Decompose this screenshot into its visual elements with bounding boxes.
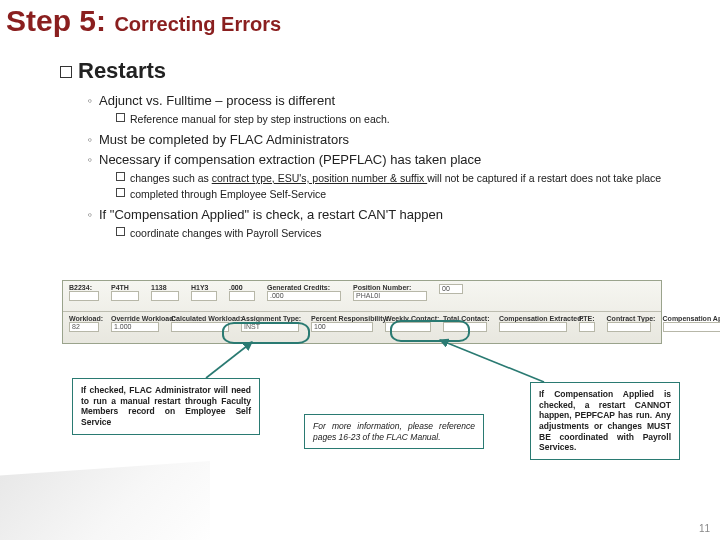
form-field (151, 291, 179, 301)
callout-left: If checked, FLAC Administrator will need… (72, 378, 260, 435)
bullet-1a: Reference manual for step by step instru… (116, 112, 684, 126)
slide: Step 5: Correcting Errors Restarts ◦Adju… (0, 0, 720, 540)
form-label: Compensation Extracted: (499, 315, 567, 322)
form-label: Position Number: (353, 284, 427, 291)
svg-line-1 (440, 340, 544, 382)
callout-middle-text: For more information, please reference p… (313, 421, 475, 442)
form-cell: Contract Type: (601, 312, 657, 342)
bullet-4a: coordinate changes with Payroll Services (116, 226, 684, 240)
bullet-3a-pre: changes such as (130, 172, 212, 184)
checkbox-icon (116, 172, 125, 181)
form-field: 00 (439, 284, 463, 294)
form-label: .000 (229, 284, 255, 291)
callout-right: If Compensation Applied is checked, a re… (530, 382, 680, 460)
form-cell: Position Number:PHAL0I (347, 281, 433, 311)
form-label: FTE: (579, 315, 595, 322)
title-main: Step 5: (6, 4, 106, 37)
form-field (69, 291, 99, 301)
form-cell: Override Workload:1.000 (105, 312, 165, 342)
bullet-4: ◦If "Compensation Applied" is check, a r… (84, 206, 684, 240)
form-field (385, 322, 431, 332)
form-field (443, 322, 487, 332)
form-label: Percent Responsibility: (311, 315, 373, 322)
form-label: Assignment Type: (241, 315, 299, 322)
slide-number: 11 (699, 523, 710, 534)
bullet-3b-text: completed through Employee Self-Service (130, 188, 326, 200)
form-cell: Assignment Type:INST (235, 312, 305, 342)
bullet-1a-text: Reference manual for step by step instru… (130, 113, 390, 125)
bullet-1-text: Adjunct vs. Fulltime – process is differ… (99, 93, 335, 108)
form-label: Generated Credits: (267, 284, 341, 291)
form-cell: Workload:82 (63, 312, 105, 342)
form-field (229, 291, 255, 301)
form-cell: 1138 (145, 281, 185, 311)
form-cell: H1Y3 (185, 281, 223, 311)
form-cell: Compensation Extracted: (493, 312, 573, 342)
form-cell: Total Contact: (437, 312, 493, 342)
form-cell: Weekly Contact: (379, 312, 437, 342)
form-cell: Generated Credits:.000 (261, 281, 347, 311)
form-cell: FTE: (573, 312, 601, 342)
bullet-2: ◦Must be completed by FLAC Administrator… (84, 131, 684, 149)
slide-title: Step 5: Correcting Errors (6, 4, 281, 38)
form-cell: Calculated Workload: (165, 312, 235, 342)
form-label: Contract Type: (607, 315, 651, 322)
form-cell: Percent Responsibility:100 (305, 312, 379, 342)
bullet-3-text: Necessary if compensation extraction (PE… (99, 152, 481, 167)
form-field (499, 322, 567, 332)
bullet-list: ◦Adjunct vs. Fulltime – process is diffe… (84, 92, 684, 245)
decorative-wedge (0, 461, 210, 540)
bullet-3b: completed through Employee Self-Service (116, 187, 684, 201)
bullet-3a-underline: contract type, ESU's, position number & … (212, 172, 427, 184)
heading-restarts: Restarts (60, 58, 166, 84)
form-cell: .000 (223, 281, 261, 311)
form-label: 1138 (151, 284, 179, 291)
form-field (111, 291, 139, 301)
bullet-3: ◦Necessary if compensation extraction (P… (84, 151, 684, 201)
form-cell: B2234: (63, 281, 105, 311)
form-label: Compensation Applied: (663, 315, 720, 322)
form-label: B2234: (69, 284, 99, 291)
checkbox-icon (60, 66, 72, 78)
svg-line-0 (206, 342, 252, 378)
form-field: 1.000 (111, 322, 159, 332)
form-field (171, 322, 229, 332)
form-field (663, 322, 720, 332)
form-field: .000 (267, 291, 341, 301)
bullet-1: ◦Adjunct vs. Fulltime – process is diffe… (84, 92, 684, 126)
bullet-3a: changes such as contract type, ESU's, po… (116, 171, 684, 185)
checkbox-icon (116, 227, 125, 236)
form-label: Override Workload: (111, 315, 159, 322)
form-field: 100 (311, 322, 373, 332)
callout-left-text: If checked, FLAC Administrator will need… (81, 385, 251, 427)
form-cell: P4TH (105, 281, 145, 311)
form-field (579, 322, 595, 332)
bullet-4-text: If "Compensation Applied" is check, a re… (99, 207, 443, 222)
form-label: P4TH (111, 284, 139, 291)
form-field: PHAL0I (353, 291, 427, 301)
form-field (607, 322, 651, 332)
title-sub: Correcting Errors (114, 13, 281, 35)
heading-restarts-text: Restarts (78, 58, 166, 83)
form-label: Total Contact: (443, 315, 487, 322)
bullet-3a-post: will not be captured if a restart does n… (427, 172, 661, 184)
checkbox-icon (116, 188, 125, 197)
form-label: Workload: (69, 315, 99, 322)
checkbox-icon (116, 113, 125, 122)
form-field: INST (241, 322, 299, 332)
callout-middle: For more information, please reference p… (304, 414, 484, 449)
form-cell: 00 (433, 281, 469, 311)
form-screenshot: B2234:P4TH1138H1Y3.000Generated Credits:… (62, 280, 662, 344)
form-label: Weekly Contact: (385, 315, 431, 322)
callout-right-text: If Compensation Applied is checked, a re… (539, 389, 671, 452)
form-label: H1Y3 (191, 284, 217, 291)
bullet-2-text: Must be completed by FLAC Administrators (99, 132, 349, 147)
form-label: Calculated Workload: (171, 315, 229, 322)
form-cell: Compensation Applied: (657, 312, 720, 342)
form-field: 82 (69, 322, 99, 332)
bullet-4a-text: coordinate changes with Payroll Services (130, 227, 321, 239)
form-field (191, 291, 217, 301)
